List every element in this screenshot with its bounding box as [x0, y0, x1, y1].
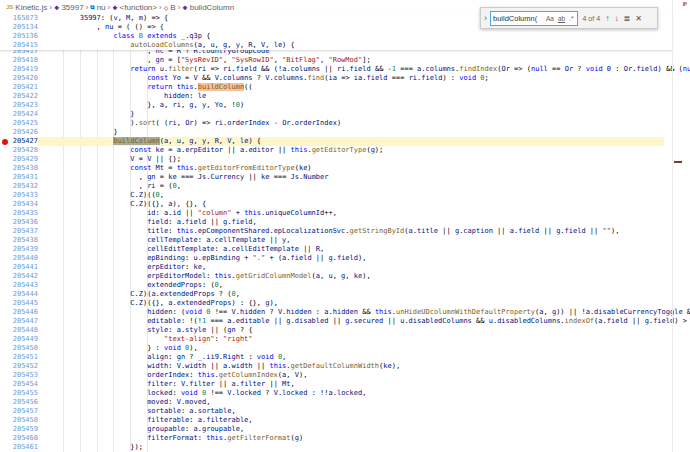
line-number[interactable]: 205424: [10, 110, 38, 119]
line-number[interactable]: 205415: [10, 41, 38, 50]
code-line[interactable]: 205415 autoLoadColumns(a, u, g, y, R, V,…: [0, 41, 672, 50]
code-text[interactable]: const Mt = this.getEditorFromEditorType(…: [38, 164, 690, 173]
line-number[interactable]: 205439: [10, 245, 38, 254]
line-number[interactable]: 205461: [10, 443, 38, 452]
code-text[interactable]: cellEditTemplate: a.cellEditTemplate || …: [38, 245, 690, 254]
code-line[interactable]: 205447 editable: !(!1 === a.editable || …: [0, 317, 690, 326]
line-number[interactable]: 205428: [10, 146, 38, 155]
line-number[interactable]: 205450: [10, 344, 38, 353]
line-number[interactable]: 205134: [10, 23, 38, 32]
code-line[interactable]: 205426 }: [0, 128, 690, 137]
line-number[interactable]: 205454: [10, 380, 38, 389]
glyph-margin[interactable]: [0, 119, 10, 128]
code-line[interactable]: 205425 ).sort( (ri, Or) => ri.orderIndex…: [0, 119, 690, 128]
breadcrumb-item-nu[interactable]: ⧉nu: [90, 3, 105, 12]
code-line[interactable]: 205434 C.Z)({}, a), {}, {: [0, 200, 690, 209]
code-line[interactable]: 205450 } : void 0),: [0, 344, 690, 353]
code-text[interactable]: editable: !(!1 === a.editable || g.disab…: [38, 317, 690, 326]
code-line[interactable]: 205437 title: this.epComponentShared.epL…: [0, 227, 690, 236]
glyph-margin[interactable]: [0, 182, 10, 191]
code-line[interactable]: 205436 field: a.field || g.field,: [0, 218, 690, 227]
glyph-margin[interactable]: [0, 407, 10, 416]
code-line[interactable]: 205439 cellEditTemplate: a.cellEditTempl…: [0, 245, 690, 254]
code-line[interactable]: 205456 moved: V.moved,: [0, 398, 690, 407]
line-number[interactable]: 205456: [10, 398, 38, 407]
code-text[interactable]: class B extends _.q3p {: [38, 32, 672, 41]
glyph-margin[interactable]: [0, 245, 10, 254]
line-number[interactable]: 205453: [10, 371, 38, 380]
line-number[interactable]: 205432: [10, 182, 38, 191]
line-number[interactable]: 205449: [10, 335, 38, 344]
code-line[interactable]: 205424 }: [0, 110, 690, 119]
glyph-margin[interactable]: [0, 218, 10, 227]
line-number[interactable]: 205447: [10, 317, 38, 326]
code-line[interactable]: 205435 id: a.id || "column" + this.uniqu…: [0, 209, 690, 218]
glyph-margin[interactable]: [0, 380, 10, 389]
code-text[interactable]: C.Z)((0,: [38, 191, 690, 200]
match-case-toggle[interactable]: Aa: [545, 15, 555, 22]
line-number[interactable]: 205438: [10, 236, 38, 245]
code-line[interactable]: 205451 align: gn ? _.ii9.Right : void 0,: [0, 353, 690, 362]
line-number[interactable]: 205423: [10, 101, 38, 110]
code-text[interactable]: filterable: a.filterable,: [38, 416, 690, 425]
code-text[interactable]: align: gn ? _.ii9.Right : void 0,: [38, 353, 690, 362]
glyph-margin[interactable]: [0, 41, 10, 50]
glyph-margin[interactable]: [0, 164, 10, 173]
code-line[interactable]: 205444 C.Z)(a.extendedProps ? (0,: [0, 290, 690, 299]
line-number[interactable]: 205433: [10, 191, 38, 200]
glyph-margin[interactable]: [0, 101, 10, 110]
glyph-margin[interactable]: [0, 137, 10, 146]
line-number[interactable]: 205421: [10, 83, 38, 92]
glyph-margin[interactable]: [0, 209, 10, 218]
code-text[interactable]: "text-align": "right": [38, 335, 690, 344]
glyph-margin[interactable]: [0, 146, 10, 155]
code-line[interactable]: 205430 const Mt = this.getEditorFromEdit…: [0, 164, 690, 173]
code-text[interactable]: C.Z)(a.extendedProps ? (0,: [38, 290, 690, 299]
line-number[interactable]: 205441: [10, 263, 38, 272]
glyph-margin[interactable]: [0, 263, 10, 272]
glyph-margin[interactable]: [0, 92, 10, 101]
code-line[interactable]: 205438 cellTemplate: a.cellTemplate || y…: [0, 236, 690, 245]
code-line[interactable]: 205461 });: [0, 443, 690, 452]
code-text[interactable]: hidden: (void 0 !== V.hidden ? V.hidden …: [38, 308, 690, 317]
code-text[interactable]: locked: void 0 !== V.locked ? V.locked :…: [38, 389, 690, 398]
code-line[interactable]: 205422 hidden: le: [0, 92, 690, 101]
code-text[interactable]: buildColumn(a, u, g, y, R, V, le) {: [38, 137, 690, 146]
code-line[interactable]: 205429 V = V || {};: [0, 155, 690, 164]
glyph-margin[interactable]: [0, 389, 10, 398]
code-text[interactable]: }: [38, 110, 690, 119]
line-number[interactable]: 205418: [10, 56, 38, 65]
glyph-margin[interactable]: [0, 299, 10, 308]
glyph-margin[interactable]: [0, 155, 10, 164]
glyph-margin[interactable]: [0, 14, 10, 23]
find-in-selection-button[interactable]: ≣: [624, 14, 631, 23]
breadcrumb-item-kinetic-js[interactable]: JSKinetic.js: [6, 3, 47, 12]
code-text[interactable]: moved: V.moved,: [38, 398, 690, 407]
line-number[interactable]: 205136: [10, 32, 38, 41]
code-text[interactable]: const Yo = V && V.columns ? V.columns.fi…: [38, 74, 690, 83]
glyph-margin[interactable]: [0, 191, 10, 200]
code-text[interactable]: erpEditorModel: this.getGridColumnModel(…: [38, 272, 690, 281]
code-line[interactable]: 205442 erpEditorModel: this.getGridColum…: [0, 272, 690, 281]
code-text[interactable]: C.Z)({}, a.extendedProps) : {}, g),: [38, 299, 690, 308]
glyph-margin[interactable]: [0, 344, 10, 353]
code-text[interactable]: cellTemplate: a.cellTemplate || y,: [38, 236, 690, 245]
glyph-margin[interactable]: [0, 353, 10, 362]
glyph-margin[interactable]: [0, 173, 10, 182]
code-line[interactable]: 205431 , gn = ke === Js.Currency || ke =…: [0, 173, 690, 182]
glyph-margin[interactable]: [0, 335, 10, 344]
glyph-margin[interactable]: [0, 74, 10, 83]
code-line[interactable]: 205136 class B extends _.q3p {: [0, 32, 672, 41]
previous-match-button[interactable]: ↑: [606, 14, 610, 23]
glyph-margin[interactable]: [0, 23, 10, 32]
glyph-margin[interactable]: [0, 65, 10, 74]
code-line[interactable]: 205441 erpEditor: ke,: [0, 263, 690, 272]
code-line[interactable]: 205432 , ri = (0,: [0, 182, 690, 191]
code-text[interactable]: style: a.style || (gn ? {: [38, 326, 690, 335]
line-number[interactable]: 205426: [10, 128, 38, 137]
line-number[interactable]: 205430: [10, 164, 38, 173]
code-line[interactable]: 205448 style: a.style || (gn ? {: [0, 326, 690, 335]
code-line[interactable]: 205427 buildColumn(a, u, g, y, R, V, le)…: [0, 137, 690, 146]
toggle-replace-icon[interactable]: ›: [481, 8, 490, 28]
code-line[interactable]: 205458 filterable: a.filterable,: [0, 416, 690, 425]
